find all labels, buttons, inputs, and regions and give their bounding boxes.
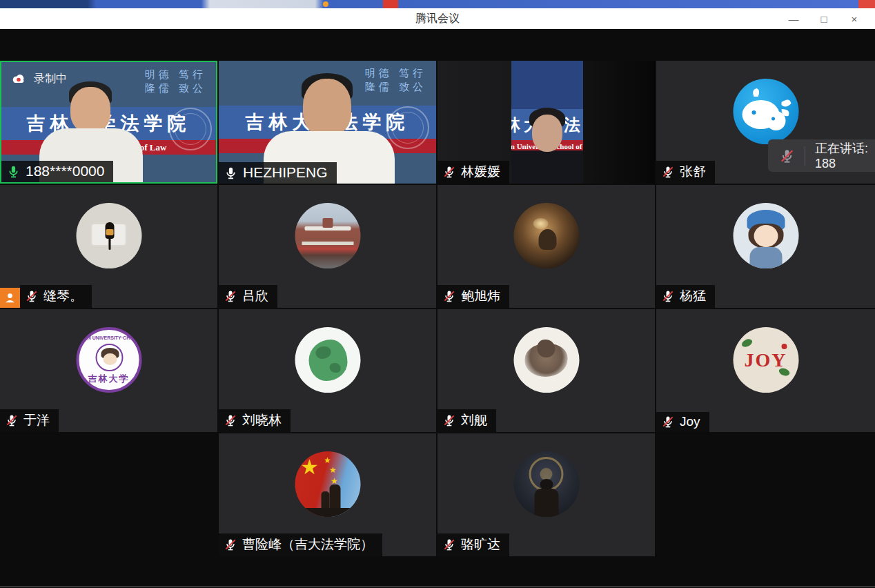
tile-joy[interactable]: JOY Joy [656,309,875,432]
participant-name: 吕欣 [242,287,268,305]
person-head [70,87,110,133]
avatar [513,327,579,393]
mic-muted-icon [661,289,675,303]
avatar [76,203,141,268]
ground [295,508,360,517]
participant-name: 林媛媛 [461,163,500,181]
seal-ring-text: JILIN UNIVERSITY·CHINA [79,335,139,340]
cloud-record-icon [11,73,26,85]
participant-name: 188****0000 [26,163,104,179]
tile-lin-yuanyuan[interactable]: 吉林大学法学院 Jilin University School of Law 林… [438,61,655,184]
tile-yu-yang[interactable]: JILIN UNIVERSITY·CHINA 吉林大学 于洋 [0,309,217,432]
tile-lv-xin[interactable]: 吕欣 [219,185,436,308]
participant-name: 杨猛 [680,287,706,305]
avatar: JOY [733,327,798,393]
wreath-berry [781,344,787,349]
flag-star: ★ [324,455,331,465]
close-button[interactable]: × [839,8,869,29]
participant-name: 骆旷达 [461,536,500,553]
face [103,353,117,365]
tile-feng-qin[interactable]: 缝琴。 [0,185,217,308]
joy-text: JOY [733,349,798,371]
avatar: ★ ★ ★ ★ [295,451,360,517]
mic-muted-icon [25,289,39,303]
name-label: 刘晓林 [219,409,291,432]
name-label: 杨猛 [656,285,715,308]
participant-name: 刘舰 [461,411,487,429]
decor-block [858,0,875,8]
mic-muted-icon [442,538,456,551]
mic-muted-icon [661,415,675,429]
window-title: 腾讯会议 [0,12,875,26]
cat-pack [106,229,113,235]
girl-face [754,225,778,247]
name-label: 林媛媛 [438,161,509,184]
name-label: 鲍旭炜 [438,285,509,308]
dino-body [308,340,347,381]
participant-name: 刘晓林 [242,411,282,429]
participant-name: Joy [680,414,700,429]
tile-hezhipeng[interactable]: 明德 笃行 隆儒 致公 吉林大学法学院 Jilin University Sch… [219,61,436,184]
wreath-leaf [740,337,754,349]
cat-tail [108,237,110,250]
minimize-button[interactable]: — [778,8,809,29]
ink-peak [537,340,555,357]
maximize-button[interactable]: □ [809,8,839,29]
tile-liu-jian[interactable]: 刘舰 [438,309,655,432]
recording-badge: 录制中 [11,72,67,86]
recording-label: 录制中 [34,72,67,86]
decor-block [383,0,398,8]
mic-muted-icon [5,413,19,427]
tile-liu-xiaolin[interactable]: 刘晓林 [219,309,436,432]
mic-muted-icon [224,413,237,427]
participant-name: 曹险峰（吉大法学院） [242,536,373,553]
avatar [733,203,798,268]
participant-name: 张舒 [680,163,706,181]
window-controls: — □ × [778,8,869,29]
flag-star: ★ [300,457,319,478]
person-silhouette [321,491,329,509]
mic-muted-icon [442,289,456,303]
avatar [513,203,579,268]
person-silhouette [329,484,340,509]
seal-inner-circle [95,344,123,371]
mic-muted-icon [779,148,795,164]
girl-jacket [749,247,782,268]
portrait-video: 吉林大学法学院 Jilin University School of Law [511,61,583,184]
decor-dot [323,1,328,7]
participant-name: 缝琴。 [43,287,83,305]
building-tower [322,218,333,228]
host-role-badge [0,288,20,308]
avatar [295,203,360,268]
seal-bottom-text: 吉林大学 [79,373,139,385]
name-label: 188****0000 [1,161,113,182]
tile-yang-meng[interactable]: 杨猛 [656,185,875,308]
name-label: 张舒 [656,161,715,184]
dino-patch [329,363,340,373]
mic-on-icon [224,166,238,180]
person-silhouette [534,489,558,517]
avatar: JILIN UNIVERSITY·CHINA 吉林大学 [76,327,141,393]
tile-188[interactable]: 明德 笃行 隆儒 致公 吉林大学法学院 Jilin University Sch… [0,61,217,184]
participant-name: 鲍旭炜 [461,287,500,305]
tile-bao-xuwei[interactable]: 鲍旭炜 [438,185,655,308]
avatar [733,79,798,144]
name-label: 骆旷达 [438,533,509,556]
mic-muted-icon [661,165,675,179]
tile-luo-kuangda[interactable]: 骆旷达 [438,433,655,556]
mic-muted-icon [224,538,237,551]
name-label: Joy [656,412,709,432]
flag-star: ★ [329,465,337,475]
person-head [532,115,562,152]
mic-speaking-icon [6,164,21,179]
mic-muted-icon [224,289,237,303]
toast-divider [805,146,805,166]
speaking-toast: 正在讲话: 188 [768,139,875,172]
person-body [511,150,583,184]
mic-muted-icon [442,165,456,179]
tile-cao-xianfeng[interactable]: ★ ★ ★ ★ 曹险峰（吉大法学院） [219,433,436,556]
window-bottom-edge [0,586,875,587]
avatar [513,451,579,517]
building-band [302,242,353,245]
whale-icon [733,79,798,144]
